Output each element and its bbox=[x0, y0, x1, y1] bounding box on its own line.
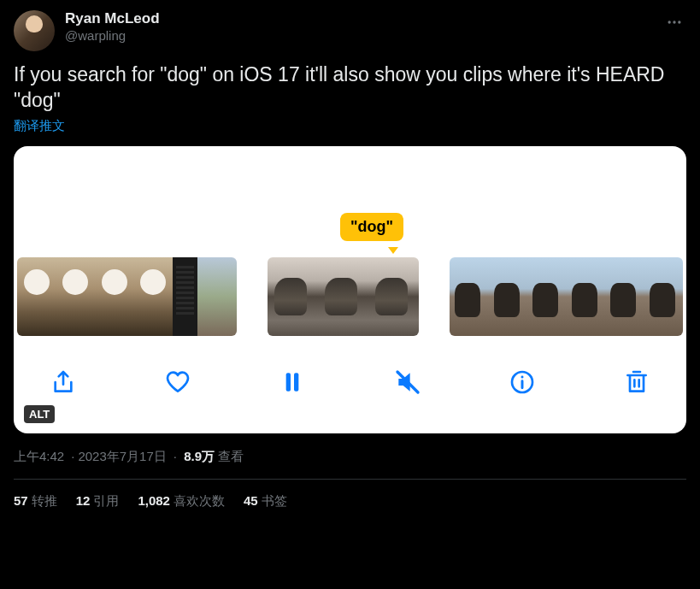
tweet-header: Ryan McLeod @warpling bbox=[14, 10, 686, 51]
heart-button[interactable] bbox=[161, 365, 195, 399]
clip-frame bbox=[527, 257, 566, 336]
clip-group-1[interactable] bbox=[17, 257, 237, 336]
bookmarks-count: 45 bbox=[244, 493, 258, 508]
tweet-text: If you search for "dog" on iOS 17 it'll … bbox=[14, 62, 686, 113]
retweets-count: 57 bbox=[14, 493, 28, 508]
likes-count: 1,082 bbox=[138, 493, 170, 508]
quotes-label: 引用 bbox=[93, 493, 119, 508]
tweet-time[interactable]: 上午4:42 bbox=[14, 449, 64, 465]
media-card[interactable]: "dog" bbox=[14, 146, 686, 433]
clip-frame bbox=[605, 257, 644, 336]
alt-badge[interactable]: ALT bbox=[24, 405, 55, 423]
search-term-bubble: "dog" bbox=[340, 213, 403, 241]
info-button[interactable] bbox=[505, 365, 539, 399]
display-name[interactable]: Ryan McLeod bbox=[65, 10, 652, 27]
clip-frame bbox=[197, 257, 236, 336]
bookmarks-label: 书签 bbox=[262, 493, 287, 508]
clip-group-2[interactable] bbox=[268, 257, 420, 336]
trash-button[interactable] bbox=[620, 365, 654, 399]
retweets-label: 转推 bbox=[32, 493, 57, 508]
share-icon bbox=[50, 368, 77, 396]
media-toolbar bbox=[14, 348, 686, 416]
views-stat[interactable]: 8.9万 查看 bbox=[170, 449, 244, 465]
svg-rect-4 bbox=[294, 373, 298, 391]
video-timeline[interactable] bbox=[14, 257, 686, 336]
clip-frame bbox=[17, 257, 56, 336]
media-top-area: "dog" bbox=[14, 146, 686, 257]
quotes-stat[interactable]: 12引用 bbox=[76, 493, 120, 509]
tweet-container: Ryan McLeod @warpling If you search for … bbox=[0, 0, 700, 509]
clip-group-3[interactable] bbox=[450, 257, 683, 336]
clip-frame bbox=[489, 257, 527, 336]
ellipsis-icon bbox=[666, 14, 683, 31]
views-count: 8.9万 bbox=[184, 449, 215, 463]
mute-icon bbox=[394, 368, 421, 396]
clip-frame bbox=[644, 257, 683, 336]
quotes-count: 12 bbox=[76, 493, 91, 508]
avatar[interactable] bbox=[14, 10, 55, 51]
svg-point-2 bbox=[678, 21, 680, 23]
tweet-date[interactable]: 2023年7月17日 bbox=[68, 449, 167, 465]
clip-frame bbox=[567, 257, 605, 336]
views-label: 查看 bbox=[218, 449, 244, 463]
likes-label: 喜欢次数 bbox=[174, 493, 225, 508]
clip-frame bbox=[173, 257, 198, 336]
more-button[interactable] bbox=[662, 10, 686, 38]
clip-frame bbox=[450, 257, 488, 336]
pause-button[interactable] bbox=[275, 365, 309, 399]
svg-rect-3 bbox=[286, 373, 291, 391]
trash-icon bbox=[623, 368, 650, 396]
bubble-pointer bbox=[388, 247, 398, 254]
user-handle[interactable]: @warpling bbox=[65, 27, 652, 44]
stats-row: 57转推 12引用 1,082喜欢次数 45书签 bbox=[14, 480, 686, 509]
bookmarks-stat[interactable]: 45书签 bbox=[244, 493, 287, 509]
share-button[interactable] bbox=[46, 365, 80, 399]
svg-point-0 bbox=[668, 21, 671, 23]
translate-link[interactable]: 翻译推文 bbox=[14, 118, 65, 134]
svg-point-1 bbox=[673, 21, 675, 23]
info-icon bbox=[509, 368, 536, 396]
clip-frame bbox=[368, 257, 419, 336]
tweet-meta: 上午4:42 2023年7月17日 8.9万 查看 bbox=[14, 449, 686, 465]
pause-icon bbox=[279, 368, 306, 396]
clip-frame bbox=[133, 257, 172, 336]
clip-frame bbox=[268, 257, 318, 336]
mute-button[interactable] bbox=[391, 365, 425, 399]
clip-frame bbox=[95, 257, 133, 336]
user-block: Ryan McLeod @warpling bbox=[65, 10, 652, 44]
retweets-stat[interactable]: 57转推 bbox=[14, 493, 57, 509]
likes-stat[interactable]: 1,082喜欢次数 bbox=[138, 493, 225, 509]
heart-icon bbox=[164, 368, 191, 396]
clip-frame bbox=[56, 257, 94, 336]
clip-frame bbox=[318, 257, 368, 336]
